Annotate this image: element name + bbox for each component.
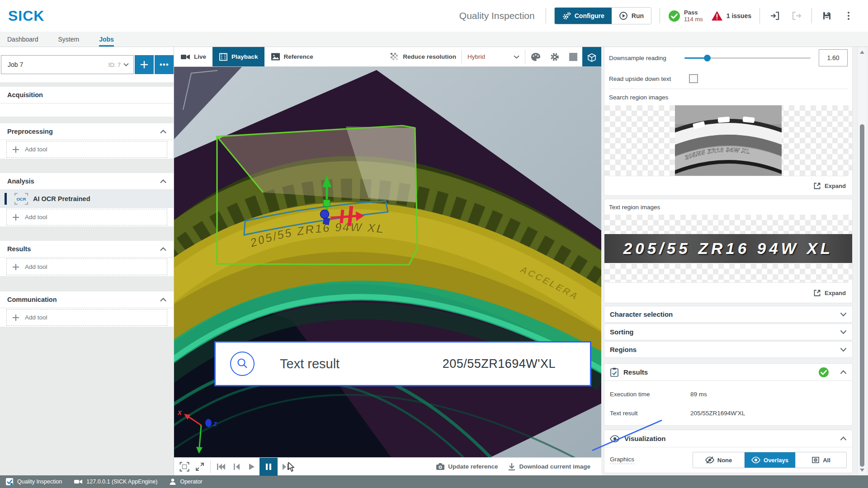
tool-ai-ocr-pretrained[interactable]: OCR AI OCR Pretrained [0, 190, 174, 208]
text-region-expand-button[interactable]: Expand [604, 283, 852, 303]
add-job-button[interactable] [135, 55, 154, 74]
issues-badge[interactable]: 1 issues [711, 10, 751, 21]
nav-tab-label: Jobs [99, 36, 114, 43]
job-select[interactable]: Job 7 ID: 7 [1, 55, 134, 74]
main-nav: Dashboard System Jobs [0, 32, 868, 47]
search-region-expand-button[interactable]: Expand [604, 176, 852, 195]
scroll-down-arrow[interactable] [860, 469, 864, 472]
play-icon [249, 463, 255, 470]
sign-in-button[interactable] [768, 9, 782, 23]
magnifier-icon [236, 357, 249, 370]
visualization-card: Visualization Graphics None Overlays [604, 430, 853, 473]
add-tool-preprocessing[interactable]: Add tool [0, 140, 174, 159]
tab-reference[interactable]: Reference [264, 47, 320, 66]
app-header: SICK Quality Inspection Configure Run Pa… [0, 0, 868, 32]
search-region-label-row: Search region images [604, 89, 852, 105]
search-region-image: 205/55 ZR16 94W XL [675, 105, 782, 176]
expand-view-button[interactable] [192, 458, 208, 476]
step-forward-button[interactable] [278, 458, 293, 476]
job-sidebar: Job 7 ID: 7 Acquisition Preproces [0, 47, 174, 475]
nav-tab-system[interactable]: System [58, 32, 80, 47]
axis-x-label: x [177, 408, 182, 416]
filmstrip-icon [219, 52, 228, 61]
section-header-acquisition[interactable]: Acquisition [0, 87, 174, 103]
configure-button[interactable]: Configure [555, 8, 612, 24]
tab-label: Live [194, 53, 206, 60]
downsample-slider[interactable] [684, 55, 811, 61]
add-tool-results[interactable]: Add tool [0, 258, 174, 276]
save-button[interactable] [820, 9, 834, 23]
execution-time-label: Execution time [610, 391, 690, 398]
graphics-option-none[interactable]: None [693, 452, 744, 468]
render-mode-value: Hybrid [467, 53, 485, 60]
section-header-preprocessing[interactable]: Preprocessing [0, 123, 174, 140]
divider [660, 8, 660, 23]
viewer-settings-button[interactable] [545, 47, 564, 66]
visualization-header[interactable]: Visualization [604, 430, 852, 447]
playback-controls: Update reference Download current image [174, 457, 601, 475]
pass-label: Pass [684, 9, 698, 16]
add-tool-analysis[interactable]: Add tool [0, 208, 174, 226]
view-2d-button[interactable] [564, 47, 582, 66]
nav-tab-dashboard[interactable]: Dashboard [7, 32, 38, 47]
gears-icon [562, 11, 571, 20]
scroll-up-arrow[interactable] [860, 51, 864, 54]
execution-time-value: 89 ms [690, 391, 707, 398]
section-character-selection[interactable]: Character selection [604, 306, 853, 323]
section-title: Communication [7, 296, 57, 303]
section-header-results[interactable]: Results [0, 241, 174, 258]
job-more-button[interactable] [155, 55, 174, 74]
upside-down-row: Read upside down text [604, 69, 852, 89]
view-3d-button[interactable] [582, 47, 601, 66]
user-icon [169, 478, 176, 485]
text-result-row: Text result 205/55ZR1694W'XL [604, 404, 852, 425]
pause-button[interactable] [259, 458, 278, 476]
more-menu-button[interactable] [842, 9, 855, 23]
update-reference-button[interactable]: Update reference [436, 463, 498, 470]
scene-3d[interactable]: 205/55 ZR16 94W XL ACCELERA [174, 67, 601, 457]
magnifier-badge [230, 352, 255, 376]
issues-label: 1 issues [726, 12, 751, 19]
step-back-button[interactable] [229, 458, 244, 476]
fit-view-button[interactable] [177, 458, 192, 476]
section-header-communication[interactable]: Communication [0, 291, 174, 308]
search-region-preview: 205/55 ZR16 94W XL [604, 105, 852, 176]
run-button[interactable]: Run [612, 8, 651, 24]
expand-icon [813, 182, 821, 190]
render-mode-select[interactable]: Hybrid [463, 47, 524, 66]
section-title: Acquisition [7, 91, 43, 99]
graphics-option-all[interactable]: All [795, 452, 846, 468]
pass-time: 114 ms [684, 16, 703, 23]
plus-icon [12, 314, 19, 321]
run-label: Run [632, 12, 644, 19]
results-header[interactable]: Results [604, 364, 852, 381]
reduce-resolution-button[interactable]: Reduce resolution [386, 47, 461, 66]
add-tool-communication[interactable]: Add tool [0, 308, 174, 327]
update-reference-label: Update reference [448, 463, 498, 470]
section-regions[interactable]: Regions [604, 341, 853, 358]
tab-playback[interactable]: Playback [212, 47, 264, 66]
download-image-label: Download current image [519, 463, 590, 470]
panel-scrollbar[interactable] [857, 47, 866, 475]
section-communication: Communication Add tool [0, 291, 174, 327]
expand-arrows-icon [195, 462, 205, 472]
graphics-option-overlays[interactable]: Overlays [744, 452, 795, 468]
section-header-analysis[interactable]: Analysis [0, 173, 174, 190]
tab-live[interactable]: Live [174, 47, 212, 66]
upside-down-checkbox[interactable] [689, 74, 698, 83]
device-camera-icon [74, 479, 83, 484]
nav-tab-jobs[interactable]: Jobs [99, 32, 114, 47]
downsample-value-input[interactable]: 1.60 [819, 49, 848, 66]
palette-button[interactable] [526, 47, 545, 66]
chevron-up-icon [160, 247, 166, 251]
option-label: Overlays [764, 457, 788, 464]
sign-out-button[interactable] [790, 9, 803, 23]
download-image-button[interactable]: Download current image [508, 463, 590, 471]
clipboard-check-icon [610, 367, 619, 377]
skip-start-button[interactable] [213, 458, 229, 476]
scrollbar-thumb[interactable] [860, 124, 864, 467]
chevron-up-icon [840, 370, 847, 375]
slider-thumb[interactable] [704, 55, 711, 61]
play-button[interactable] [244, 458, 259, 476]
section-sorting[interactable]: Sorting [604, 324, 853, 340]
